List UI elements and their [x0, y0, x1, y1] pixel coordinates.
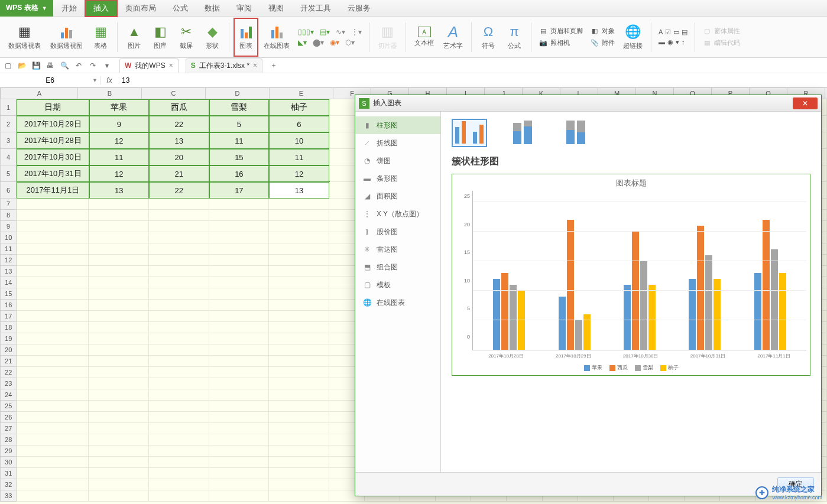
cell[interactable] [17, 378, 89, 389]
cell[interactable] [269, 378, 329, 389]
cell[interactable] [17, 333, 89, 344]
cell[interactable] [89, 255, 149, 266]
cell[interactable] [269, 457, 329, 468]
cell[interactable] [269, 423, 329, 434]
app-logo[interactable]: WPS 表格 ▼ [0, 0, 53, 17]
cell[interactable] [209, 367, 270, 378]
cell[interactable] [89, 221, 149, 232]
mini-bar-icon[interactable]: ▯▯▯▾ [298, 28, 314, 36]
ribbon-pivot-chart[interactable]: 数据透视图 [47, 18, 86, 56]
close-icon[interactable]: × [253, 61, 257, 70]
cell[interactable] [149, 322, 209, 333]
row-header[interactable]: 28 [0, 434, 17, 446]
row-header[interactable]: 21 [0, 356, 17, 367]
cell[interactable]: 11 [209, 132, 270, 149]
cell[interactable] [149, 288, 209, 300]
cell[interactable] [209, 378, 270, 389]
mini-pie-icon[interactable]: ◉▾ [330, 38, 339, 47]
ribbon-pivot-table[interactable]: ▦ 数据透视表 [5, 18, 44, 56]
cell[interactable] [17, 243, 89, 255]
cell[interactable] [89, 311, 149, 322]
mini-line-icon[interactable]: ∿▾ [336, 28, 345, 36]
cell[interactable] [89, 344, 149, 356]
cell[interactable] [269, 322, 329, 333]
ribbon-shapes[interactable]: ◆ 形状 [200, 18, 224, 56]
cell[interactable] [149, 479, 209, 490]
qat-undo-icon[interactable]: ↶ [73, 60, 84, 71]
cell[interactable]: 2017年10月29日 [17, 116, 89, 132]
cell[interactable]: 6 [269, 116, 329, 132]
cell[interactable] [17, 434, 89, 446]
cell[interactable] [17, 288, 89, 300]
row-header[interactable]: 7 [0, 199, 17, 210]
cell[interactable] [209, 401, 270, 412]
cell[interactable] [149, 300, 209, 311]
ribbon-camera[interactable]: 📷照相机 [539, 38, 583, 48]
ribbon-header-footer[interactable]: ▤页眉和页脚 [539, 27, 583, 36]
ribbon-picture[interactable]: ▲ 图片 [122, 18, 146, 56]
cell[interactable] [89, 434, 149, 446]
cell[interactable] [89, 356, 149, 367]
close-icon[interactable]: × [169, 61, 173, 70]
row-header[interactable]: 2 [0, 116, 17, 132]
row-header[interactable]: 32 [0, 479, 17, 490]
doc-tab-workbook[interactable]: S 工作表3-1.xlsx * × [186, 58, 262, 73]
cell[interactable]: 22 [149, 116, 209, 132]
chart-nav-item[interactable]: ⋮X Y（散点图） [355, 205, 440, 223]
cell[interactable] [209, 344, 270, 356]
cell[interactable] [149, 434, 209, 446]
cell[interactable] [89, 412, 149, 423]
col-header[interactable]: B [78, 87, 142, 99]
cell[interactable] [209, 300, 270, 311]
row-header[interactable]: 6 [0, 182, 17, 199]
row-header[interactable]: 3 [0, 132, 17, 149]
cell[interactable] [149, 199, 209, 210]
cell[interactable] [89, 266, 149, 277]
cell[interactable] [17, 412, 89, 423]
cell[interactable] [89, 479, 149, 490]
chart-nav-item[interactable]: ⟋折线图 [355, 134, 440, 152]
cell[interactable] [149, 210, 209, 221]
row-header[interactable]: 10 [0, 232, 17, 243]
cell[interactable] [149, 412, 209, 423]
cell[interactable] [17, 344, 89, 356]
cell[interactable] [149, 468, 209, 479]
cell[interactable]: 12 [269, 165, 329, 182]
qat-more-icon[interactable]: ▾ [102, 60, 112, 71]
cell[interactable]: 柚子 [269, 99, 329, 116]
cell[interactable] [17, 221, 89, 232]
ribbon-wordart[interactable]: A 艺术字 [440, 18, 466, 56]
subtype-clustered[interactable] [452, 119, 487, 147]
cell[interactable] [209, 356, 270, 367]
ribbon-textbox[interactable]: A 文本框 [411, 18, 437, 56]
ribbon-screenshot[interactable]: ✂ 截屏 [174, 18, 198, 56]
cell[interactable] [269, 300, 329, 311]
row-header[interactable]: 17 [0, 311, 17, 322]
cell[interactable]: 雪梨 [209, 99, 270, 116]
cell[interactable] [269, 210, 329, 221]
formula-input[interactable] [118, 76, 827, 84]
cell[interactable] [89, 210, 149, 221]
cell[interactable] [89, 457, 149, 468]
cell[interactable] [209, 412, 270, 423]
cell[interactable] [149, 389, 209, 401]
cell[interactable] [149, 266, 209, 277]
cell[interactable]: 2017年10月31日 [17, 165, 89, 182]
row-header[interactable]: 30 [0, 457, 17, 468]
subtype-stacked[interactable] [505, 119, 540, 147]
name-box[interactable]: ▼ [0, 76, 100, 84]
cell[interactable] [149, 243, 209, 255]
menu-item-6[interactable]: 视图 [260, 0, 292, 17]
row-header[interactable]: 31 [0, 468, 17, 479]
cell[interactable]: 13 [269, 182, 329, 199]
mini-other-icon[interactable]: ⬤▾ [313, 38, 324, 47]
cell[interactable]: 20 [149, 149, 209, 165]
cell[interactable] [269, 412, 329, 423]
cell[interactable] [17, 255, 89, 266]
cell[interactable]: 西瓜 [149, 99, 209, 116]
cell[interactable] [149, 401, 209, 412]
menu-item-0[interactable]: 开始 [53, 0, 85, 17]
qat-new-icon[interactable]: ▢ [2, 60, 13, 71]
row-header[interactable]: 29 [0, 446, 17, 457]
cell[interactable] [149, 457, 209, 468]
